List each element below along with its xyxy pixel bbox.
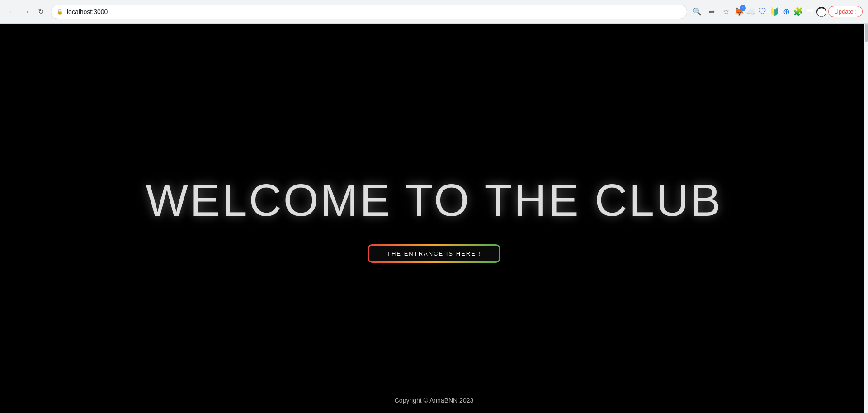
footer-text: Copyright © AnnaBNN 2023 (395, 397, 474, 404)
extension-dark-circle-icon[interactable]: ⬤ (816, 7, 826, 17)
back-icon: ← (8, 8, 15, 16)
share-icon: ➦ (709, 7, 715, 16)
extension-cloud-icon[interactable]: ☁️ (746, 7, 756, 17)
update-label: Update (834, 8, 853, 15)
reload-icon: ↻ (38, 7, 44, 16)
main-heading: WELCOME TO THE CLUB (146, 174, 722, 226)
reload-button[interactable]: ↻ (34, 5, 47, 18)
fox-badge: 1 (740, 5, 746, 11)
scrollbar-thumb[interactable] (865, 24, 868, 42)
extension-shield-blue-icon[interactable]: 🛡 (758, 7, 768, 17)
forward-button[interactable]: → (20, 5, 33, 18)
back-button[interactable]: ← (5, 5, 18, 18)
forward-icon: → (23, 8, 30, 16)
bookmark-icon: ☆ (723, 7, 729, 16)
bookmark-button[interactable]: ☆ (720, 5, 732, 18)
extension-sidebar-icon[interactable]: ▤ (805, 7, 815, 17)
update-dots: : (855, 8, 857, 15)
share-button[interactable]: ➦ (705, 5, 718, 18)
url-display: localhost:3000 (67, 8, 681, 15)
extension-blue-circle-icon[interactable]: ⊕ (781, 7, 791, 17)
extension-fox-icon[interactable]: 🦊 1 (734, 7, 744, 17)
browser-chrome: ← → ↻ 🔒 localhost:3000 🔍 ➦ ☆ 🦊 1 ☁️ (0, 0, 868, 24)
update-button[interactable]: Update : (828, 6, 863, 17)
zoom-button[interactable]: 🔍 (691, 5, 703, 18)
entrance-button-wrapper[interactable]: THE ENTRANCE IS HERE ! (368, 244, 500, 263)
page-content: WELCOME TO THE CLUB THE ENTRANCE IS HERE… (0, 24, 868, 413)
extension-puzzle-icon[interactable]: 🧩 (793, 7, 803, 17)
lock-icon: 🔒 (57, 9, 63, 15)
footer: Copyright © AnnaBNN 2023 (0, 397, 868, 404)
extension-shield-icon[interactable]: 🔰 (769, 7, 779, 17)
entrance-button[interactable]: THE ENTRANCE IS HERE ! (369, 246, 499, 261)
browser-actions: 🔍 ➦ ☆ 🦊 1 ☁️ 🛡 🔰 ⊕ 🧩 ▤ (691, 5, 863, 18)
zoom-icon: 🔍 (693, 7, 702, 16)
browser-nav-buttons: ← → ↻ (5, 5, 47, 18)
scrollbar[interactable] (864, 24, 868, 413)
address-bar[interactable]: 🔒 localhost:3000 (51, 5, 687, 19)
